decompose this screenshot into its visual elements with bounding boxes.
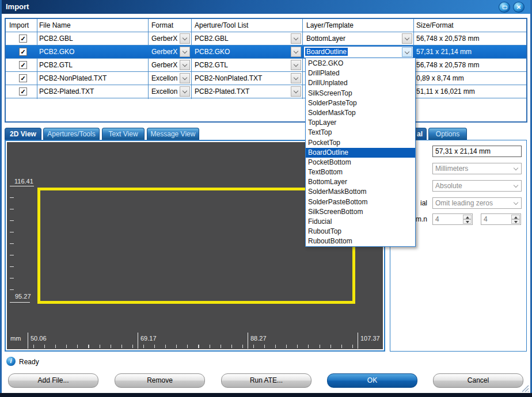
chevron-down-icon xyxy=(294,49,298,54)
table-row[interactable]: ✓ PCB2.GTL GerberX PCB2.GTL 56,748 x 20,… xyxy=(6,59,526,72)
format-dropdown-button[interactable] xyxy=(180,60,190,70)
import-checkbox[interactable]: ✓ xyxy=(19,35,27,43)
spin-down-button[interactable] xyxy=(511,219,520,224)
spin-up-button[interactable] xyxy=(463,215,472,219)
window-bottom-edge xyxy=(0,393,532,397)
aperture-dropdown-button[interactable] xyxy=(291,47,301,57)
header-format: Format xyxy=(151,21,173,29)
spin-down-button[interactable] xyxy=(463,219,472,224)
size-cell: 57,31 x 21,14 mm xyxy=(416,48,472,56)
header-import: Import xyxy=(9,21,29,29)
header-layer: Layer/Template xyxy=(306,21,354,29)
file-name-cell: PCB2.GTL xyxy=(39,61,73,69)
dropdown-item[interactable]: DrillUnplated xyxy=(306,78,415,88)
x-axis-tick-label: 107.37 xyxy=(360,335,380,342)
dropdown-item[interactable]: PCB2.GKO xyxy=(306,59,415,68)
aperture-cell: PCB2.GKO xyxy=(195,48,230,56)
chevron-down-icon xyxy=(183,89,187,93)
dropdown-item[interactable]: SilkScreenTop xyxy=(306,89,415,98)
tab-options[interactable]: Options xyxy=(428,128,467,140)
units-combobox[interactable]: Millimeters xyxy=(432,163,522,174)
file-table: Import File Name Format Aperture/Tool Li… xyxy=(5,18,527,123)
dropdown-item[interactable]: PocketBottom xyxy=(306,158,415,167)
format-dropdown-button[interactable] xyxy=(180,33,190,44)
dropdown-item[interactable]: BottomLayer xyxy=(306,177,415,187)
dropdown-item[interactable]: SilkScreenBottom xyxy=(306,207,415,217)
y-axis-tick xyxy=(10,302,30,303)
size-cell: 56,748 x 20,578 mm xyxy=(416,61,479,69)
mn-integer-spinner[interactable]: 4 xyxy=(432,213,473,225)
coordinates-value: Absolute xyxy=(435,182,462,190)
aperture-dropdown-button[interactable] xyxy=(291,33,301,44)
size-format-field[interactable]: 57,31 x 21,14 mm xyxy=(432,146,522,157)
ok-button[interactable]: OK xyxy=(327,373,417,388)
y-axis-tick xyxy=(10,186,34,186)
table-row[interactable]: ✓ PCB2-Plated.TXT Excellon PCB2-Plated.T… xyxy=(6,85,526,98)
format-cell: GerberX xyxy=(151,35,177,43)
dropdown-item-highlighted[interactable]: BoardOutline xyxy=(306,148,415,158)
import-checkbox[interactable]: ✓ xyxy=(19,87,27,96)
dropdown-item[interactable]: TextBottom xyxy=(306,167,415,177)
tab-message-view[interactable]: Message View xyxy=(147,128,199,140)
dropdown-item[interactable]: TopLayer xyxy=(306,118,415,128)
status-text: Ready xyxy=(19,358,39,366)
arrow-down-icon xyxy=(514,221,518,223)
mn-decimal-spinner[interactable]: 4 xyxy=(481,213,521,225)
table-row-selected[interactable]: ✓ PCB2.GKO GerberX PCB2.GKO BoardOutline… xyxy=(6,45,526,59)
layer-combobox-value: BoardOutline xyxy=(305,48,348,56)
import-checkbox[interactable]: ✓ xyxy=(19,61,27,69)
x-axis-tick xyxy=(28,333,28,349)
spin-up-button[interactable] xyxy=(511,215,520,219)
chevron-down-icon xyxy=(183,36,187,40)
tab-text-view[interactable]: Text View xyxy=(102,128,145,140)
dropdown-item[interactable]: SolderMaskTop xyxy=(306,108,415,118)
import-checkbox[interactable]: ✓ xyxy=(19,48,27,56)
tab-apertures-tools[interactable]: Apertures/Tools xyxy=(43,128,100,140)
format-dropdown-button[interactable] xyxy=(180,73,190,83)
aperture-dropdown-button[interactable] xyxy=(291,60,301,70)
format-cell: Excellon xyxy=(151,87,177,96)
dropdown-item[interactable]: PocketTop xyxy=(306,138,415,148)
dropdown-item[interactable]: SolderMaskBottom xyxy=(306,187,415,197)
run-ate-button[interactable]: Run ATE... xyxy=(221,373,311,388)
layer-dropdown-button[interactable] xyxy=(402,47,412,57)
x-axis-tick-label: 88.27 xyxy=(250,335,267,342)
table-row[interactable]: ✓ PCB2-NonPlated.TXT Excellon PCB2-NonPl… xyxy=(6,72,526,85)
format-dropdown-button[interactable] xyxy=(180,47,190,57)
dropdown-item[interactable]: Fiducial xyxy=(306,217,415,227)
dropdown-item[interactable]: RuboutBottom xyxy=(306,236,415,246)
restore-icon xyxy=(503,6,507,9)
dropdown-item[interactable]: SolderPasteBottom xyxy=(306,197,415,207)
aperture-dropdown-button[interactable] xyxy=(291,86,301,97)
import-checkbox[interactable]: ✓ xyxy=(19,74,27,82)
size-cell: 51,11 x 16,021 mm xyxy=(416,87,475,96)
resize-grip-icon xyxy=(519,383,529,392)
chevron-down-icon xyxy=(294,36,298,40)
layer-combobox-open[interactable]: BoardOutline xyxy=(303,46,413,58)
format-dropdown-button[interactable] xyxy=(180,86,190,97)
layer-dropdown-button[interactable] xyxy=(402,33,412,44)
zero-suppression-combobox[interactable]: Omit leading zeros xyxy=(432,197,522,209)
tab-2d-view[interactable]: 2D View xyxy=(5,128,41,140)
close-button[interactable]: ✕ xyxy=(513,2,525,13)
arrow-down-icon xyxy=(466,221,469,223)
dropdown-item[interactable]: DrillPlated xyxy=(306,68,415,78)
title-bar[interactable]: Import ✕ xyxy=(0,0,532,14)
ruler-unit-label: mm xyxy=(10,335,21,342)
coordinates-combobox[interactable]: Absolute xyxy=(432,180,522,192)
chevron-down-icon xyxy=(183,49,187,54)
file-name-cell: PCB2-NonPlated.TXT xyxy=(39,74,107,82)
table-row[interactable]: ✓ PCB2.GBL GerberX PCB2.GBL BottomLayer … xyxy=(6,32,526,45)
layer-template-dropdown-list: PCB2.GKO DrillPlated DrillUnplated SilkS… xyxy=(305,58,416,247)
aperture-dropdown-button[interactable] xyxy=(291,73,301,83)
dropdown-item[interactable]: TextTop xyxy=(306,128,415,138)
restore-button[interactable] xyxy=(499,2,510,13)
resize-grip[interactable] xyxy=(519,383,529,392)
remove-button[interactable]: Remove xyxy=(115,373,205,388)
dropdown-item[interactable]: RuboutTop xyxy=(306,227,415,236)
dropdown-item[interactable]: SolderPasteTop xyxy=(306,98,415,108)
add-file-button[interactable]: Add File... xyxy=(8,373,98,388)
table-header: Import File Name Format Aperture/Tool Li… xyxy=(6,19,526,32)
file-name-cell: PCB2.GBL xyxy=(39,35,73,43)
cancel-button[interactable]: Cancel xyxy=(433,373,523,388)
